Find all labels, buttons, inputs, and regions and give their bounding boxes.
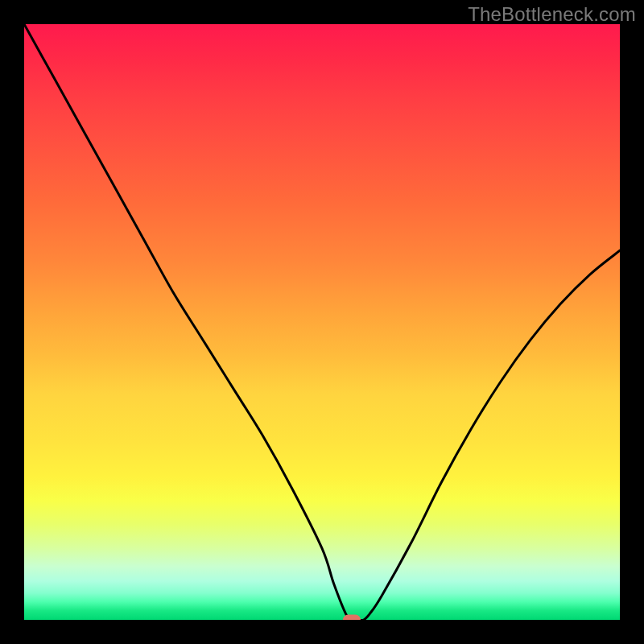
- curve-path: [24, 24, 620, 620]
- chart-frame: TheBottleneck.com: [0, 0, 644, 644]
- bottleneck-curve: [24, 24, 620, 620]
- optimal-point-marker: [343, 615, 361, 621]
- watermark-text: TheBottleneck.com: [468, 3, 636, 26]
- plot-area: [24, 24, 620, 620]
